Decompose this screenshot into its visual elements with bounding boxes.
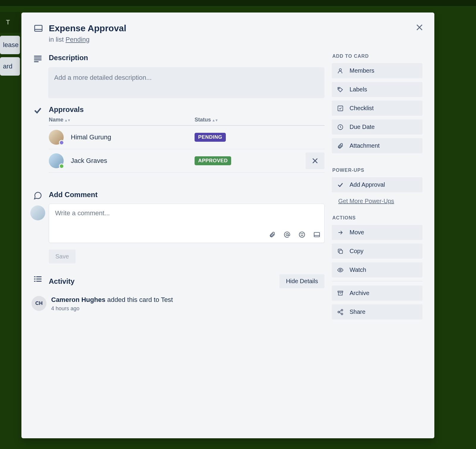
attachment-button[interactable]: Attachment (332, 138, 422, 153)
svg-rect-20 (339, 250, 342, 253)
approval-row: Himal Gurung PENDING (49, 126, 325, 149)
svg-rect-1 (34, 56, 42, 57)
activity-timestamp: 4 hours ago (51, 305, 173, 312)
approvals-column-name[interactable]: Name▲▼ (49, 117, 195, 123)
svg-rect-2 (34, 57, 42, 58)
due-date-button[interactable]: Due Date (332, 119, 422, 135)
check-icon (337, 182, 344, 188)
person-icon (337, 68, 344, 74)
background-board-fragment: T lease . ard (0, 12, 21, 76)
comment-icon (33, 191, 49, 264)
svg-rect-10 (34, 276, 36, 277)
paperclip-icon (337, 143, 344, 149)
svg-rect-13 (36, 279, 42, 280)
close-modal-button[interactable] (411, 19, 428, 36)
archive-icon (337, 290, 344, 297)
approvals-title: Approvals (49, 105, 325, 114)
svg-rect-3 (34, 60, 42, 60)
card-modal: Expense Approval in list Pending Descrip… (21, 13, 434, 438)
card-link-icon[interactable] (314, 231, 320, 239)
activity-avatar: CH (32, 296, 46, 311)
card-header: Expense Approval in list Pending (33, 23, 422, 43)
svg-point-8 (303, 233, 303, 234)
activity-title: Activity (49, 277, 75, 286)
members-button[interactable]: Members (332, 63, 422, 78)
status-badge: APPROVED (195, 156, 231, 165)
svg-rect-22 (338, 291, 343, 292)
copy-icon (337, 248, 344, 255)
svg-rect-12 (34, 279, 36, 280)
card-list-link[interactable]: Pending (65, 36, 90, 43)
sidebar-divider (332, 281, 422, 281)
comment-save-button[interactable]: Save (49, 250, 76, 264)
checklist-button[interactable]: Checklist (332, 101, 422, 116)
card-icon (33, 23, 49, 34)
svg-point-25 (341, 313, 343, 315)
approvals-icon (33, 105, 49, 173)
comment-placeholder: Write a comment... (55, 209, 318, 217)
close-icon (415, 23, 424, 32)
svg-rect-4 (34, 61, 39, 62)
approvals-column-status[interactable]: Status▲▼ (195, 117, 325, 123)
move-button[interactable]: Move (332, 225, 422, 240)
more-powerups-link[interactable]: Get More Power-Ups (338, 198, 394, 205)
avatar (49, 130, 64, 145)
labels-button[interactable]: Labels (332, 82, 422, 97)
checklist-icon (337, 105, 344, 112)
svg-point-16 (339, 68, 341, 71)
approval-row: Jack Graves APPROVED (49, 149, 325, 173)
attach-icon[interactable] (269, 231, 275, 239)
tag-icon (337, 86, 344, 93)
presence-dot-icon (59, 163, 64, 169)
approvals-header-row: Name▲▼ Status▲▼ (49, 114, 325, 126)
remove-approver-button[interactable] (306, 152, 325, 169)
archive-button[interactable]: Archive (332, 286, 422, 301)
svg-point-7 (301, 233, 301, 234)
card-list-location: in list Pending (49, 36, 126, 43)
sidebar-heading-powerups: POWER-UPS (332, 168, 422, 173)
svg-point-24 (338, 311, 340, 313)
comment-input[interactable]: Write a comment... (49, 204, 325, 243)
status-badge: PENDING (195, 133, 226, 142)
svg-rect-18 (338, 106, 343, 111)
eye-icon (337, 267, 344, 273)
approver-name: Himal Gurung (71, 133, 195, 141)
current-user-avatar (30, 205, 45, 220)
svg-rect-11 (36, 276, 42, 277)
clock-icon (337, 124, 344, 130)
description-section: Description Add a more detailed descript… (33, 54, 325, 98)
description-input[interactable]: Add a more detailed description... (48, 67, 325, 98)
svg-point-5 (286, 233, 288, 236)
arrow-right-icon (337, 229, 344, 236)
description-icon (33, 54, 49, 98)
svg-point-17 (339, 88, 339, 89)
comment-section: Add Comment Write a comment... (33, 191, 325, 264)
background-list-0: lease . (0, 36, 20, 54)
svg-point-6 (299, 232, 305, 237)
mention-icon[interactable] (284, 231, 290, 239)
watch-button[interactable]: Watch (332, 262, 422, 277)
emoji-icon[interactable] (299, 231, 305, 239)
svg-rect-9 (314, 233, 320, 237)
activity-item: CH Cameron Hughes added this card to Tes… (32, 296, 325, 312)
board-header-fragment: T (0, 12, 21, 33)
hide-details-button[interactable]: Hide Details (279, 274, 325, 288)
card-title[interactable]: Expense Approval (49, 23, 126, 33)
approver-name: Jack Graves (71, 157, 195, 165)
presence-dot-icon (59, 140, 64, 145)
svg-point-23 (341, 309, 343, 311)
comment-title: Add Comment (49, 191, 325, 199)
activity-section: Activity Hide Details CH Cameron Hughes … (33, 274, 325, 312)
copy-button[interactable]: Copy (332, 244, 422, 259)
add-approval-button[interactable]: Add Approval (332, 177, 422, 192)
background-list-1: ard (0, 57, 20, 76)
svg-rect-0 (35, 25, 42, 31)
activity-text: Cameron Hughes added this card to Test (51, 296, 173, 304)
approvals-section: Approvals Name▲▼ Status▲▼ Himal Gurung P… (33, 105, 325, 173)
app-topbar (0, 0, 476, 6)
card-sidebar: ADD TO CARD Members Labels Checklist Due… (332, 54, 422, 323)
svg-rect-14 (34, 281, 36, 282)
share-button[interactable]: Share (332, 304, 422, 319)
description-title: Description (49, 54, 325, 62)
close-icon (311, 157, 319, 165)
